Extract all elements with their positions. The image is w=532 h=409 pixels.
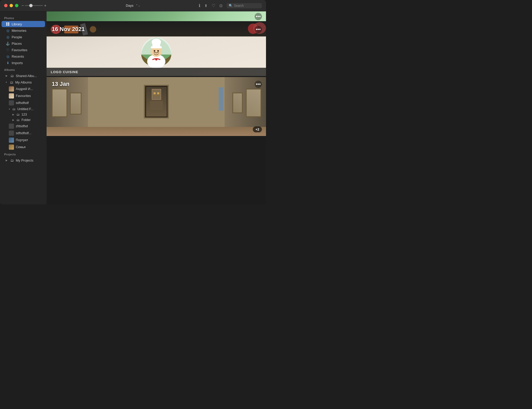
- semya-label: Семья: [16, 145, 26, 149]
- more-button-jan13[interactable]: •••: [255, 81, 262, 88]
- sidebar-sub-item-portret[interactable]: Портрет: [2, 137, 45, 143]
- chevron-up-down-icon[interactable]: ⌃⌄: [136, 4, 140, 7]
- my-albums-folder-icon: 🗂: [9, 80, 13, 84]
- chef-sticker-svg: [139, 32, 173, 69]
- shared-albums-chevron: ▶: [6, 74, 8, 77]
- untitled-folder-chevron: ▾: [9, 108, 10, 110]
- museum-floor: [47, 127, 266, 136]
- untitled-folder-icon: 🗂: [12, 107, 16, 111]
- heart-icon[interactable]: ♡: [212, 3, 215, 8]
- zoom-controls: − +: [21, 4, 47, 8]
- andrey-label: Андрей И...: [16, 87, 33, 91]
- app-body: Photos Library ◎ Memories ◎ People ⚓ Pla…: [0, 11, 266, 204]
- more-button-top[interactable]: •••: [255, 13, 262, 20]
- sidebar-item-recents[interactable]: ◎ Recents: [2, 53, 45, 59]
- my-projects-label: My Projects: [16, 158, 33, 162]
- folder-icon-item: 🗂: [17, 118, 20, 122]
- sdfsdfsdf2-label: sdfsdfsdf...: [16, 131, 31, 135]
- sidebar-item-library[interactable]: Library: [2, 21, 45, 27]
- memories-icon: ◎: [6, 28, 10, 33]
- sidebar-sub-item-favourites-album[interactable]: Favourites: [2, 93, 45, 99]
- sdfsdfsdf2-thumb: [9, 131, 14, 136]
- zoom-in-button[interactable]: +: [44, 4, 46, 8]
- traffic-lights: [4, 4, 18, 7]
- titlebar: − + Days ⌃⌄ ℹ ⬆︎ ♡ ⊡ 🔍: [0, 0, 266, 11]
- photo-section-jan13: 13 Jan ••• +2: [47, 77, 266, 136]
- semya-thumb: [9, 145, 14, 150]
- close-button[interactable]: [4, 4, 8, 7]
- zoom-slider[interactable]: [25, 5, 43, 6]
- sidebar-sub-item-zfdsdfsd[interactable]: zfdsdfsd: [2, 123, 45, 130]
- sidebar-item-people[interactable]: ◎ People: [2, 34, 45, 40]
- search-icon: 🔍: [229, 4, 233, 7]
- sidebar-sub-item-andrey[interactable]: Андрей И...: [2, 86, 45, 92]
- favourites-icon: ♡: [6, 48, 10, 52]
- maximize-button[interactable]: [15, 4, 18, 7]
- favs-album-label: Favourites: [16, 94, 31, 98]
- untitled-folder-label: Untitled F...: [17, 107, 34, 111]
- shared-albums-label: Shared Albu...: [16, 74, 37, 78]
- sidebar-item-favourites[interactable]: ♡ Favourites: [2, 47, 45, 53]
- sdfsdfsdf-label: sdfsdfsdf: [16, 101, 29, 105]
- photo-museum-image[interactable]: [47, 77, 266, 136]
- svg-rect-2: [6, 24, 8, 26]
- photo-section-top-partial: •••: [47, 11, 266, 21]
- sidebar-item-my-albums[interactable]: ▾ 🗂 My Albums: [2, 79, 45, 85]
- svg-rect-1: [8, 22, 9, 24]
- photo-section-nov2021: LOGO CUISINE 16 Nov 2021 •••: [47, 22, 266, 76]
- zfdsdfsd-label: zfdsdfsd: [16, 124, 28, 128]
- library-label: Library: [12, 22, 22, 26]
- sidebar-sub-item-folder[interactable]: ▶ 🗂 Folder: [5, 117, 45, 123]
- svg-point-11: [157, 50, 159, 52]
- painting-center: [144, 85, 169, 118]
- sidebar-sub-item-sdfsdfsdf[interactable]: sdfsdfsdf: [2, 100, 45, 106]
- zoom-out-button[interactable]: −: [21, 4, 24, 8]
- sidebar-sub-item-sdfsdfsdf2[interactable]: sdfsdfsdf...: [2, 130, 45, 137]
- favs-thumb: [9, 93, 14, 99]
- sidebar: Photos Library ◎ Memories ◎ People ⚓ Pla…: [0, 11, 47, 204]
- sidebar-item-imports[interactable]: ⬇ Imports: [2, 60, 45, 66]
- share-icon[interactable]: ⬆︎: [204, 4, 208, 8]
- svg-rect-3: [8, 24, 9, 26]
- folder-123-chevron: ▶: [12, 113, 14, 116]
- search-input[interactable]: [234, 4, 260, 7]
- svg-point-12: [155, 58, 157, 60]
- sidebar-sub-item-123[interactable]: ▶ 🗂 123: [5, 112, 45, 117]
- date-label-nov2021: 16 Nov 2021: [52, 26, 85, 33]
- places-icon: ⚓: [6, 41, 10, 46]
- sidebar-item-memories[interactable]: ◎ Memories: [2, 27, 45, 34]
- zfdsdfsd-thumb: [9, 124, 14, 129]
- painting-left-1: [52, 89, 67, 117]
- sidebar-item-shared-albums[interactable]: ▶ 🗂 Shared Albu...: [2, 73, 45, 79]
- portret-thumb: [9, 138, 14, 143]
- recents-icon: ◎: [6, 54, 10, 58]
- search-bar[interactable]: 🔍: [227, 3, 262, 8]
- titlebar-center: Days ⌃⌄: [126, 4, 140, 7]
- my-albums-chevron: ▾: [6, 81, 7, 84]
- crop-icon[interactable]: ⊡: [219, 4, 223, 8]
- folder-chevron: ▶: [12, 119, 14, 121]
- blue-panel: [219, 87, 223, 111]
- favourites-label: Favourites: [12, 48, 27, 52]
- library-icon: [6, 22, 10, 26]
- places-label: Places: [12, 42, 22, 46]
- svg-point-9: [152, 39, 161, 46]
- my-albums-label: My Albums: [15, 80, 32, 84]
- portret-label: Портрет: [16, 138, 28, 142]
- plus-badge-jan13[interactable]: +2: [253, 126, 262, 132]
- imports-icon: ⬇: [6, 61, 10, 65]
- sidebar-item-places[interactable]: ⚓ Places: [2, 40, 45, 47]
- info-icon[interactable]: ℹ: [199, 3, 200, 8]
- recents-label: Recents: [12, 55, 24, 58]
- minimize-button[interactable]: [10, 4, 13, 7]
- photo-top-image: [47, 11, 266, 21]
- sidebar-sub-item-semya[interactable]: Семья: [2, 144, 45, 150]
- albums-section-label: Albums: [0, 66, 47, 72]
- sidebar-item-my-projects[interactable]: ▶ 🗂 My Projects: [2, 157, 45, 163]
- people-label: People: [12, 35, 22, 39]
- more-button-nov2021[interactable]: •••: [255, 26, 262, 33]
- my-projects-chevron: ▶: [6, 159, 8, 162]
- photos-section-label: Photos: [0, 14, 47, 21]
- sidebar-sub-item-untitled-folder[interactable]: ▾ 🗂 Untitled F...: [2, 107, 45, 112]
- titlebar-actions: ℹ ⬆︎ ♡ ⊡ 🔍: [199, 3, 262, 8]
